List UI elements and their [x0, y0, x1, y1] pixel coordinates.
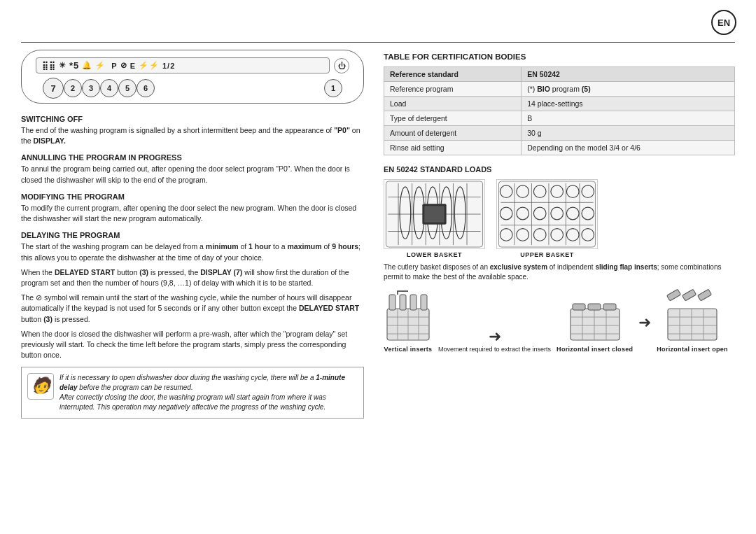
loads-title: EN 50242 STANDARD LOADS	[384, 165, 735, 174]
right-column: TABLE FOR CERTIFICATION BODIES Reference…	[384, 50, 735, 419]
table-row: Reference program (*) BIO program (5)	[384, 82, 735, 97]
svg-rect-52	[410, 295, 416, 310]
annulling-title: ANNULLING THE PROGRAM IN PROGRESS	[21, 153, 364, 162]
delaying-body4: When the door is closed the dishwasher w…	[21, 329, 364, 361]
table-cell-load-value: 14 place-settings	[522, 97, 735, 111]
button-4-circle[interactable]: 4	[100, 79, 118, 97]
svg-rect-51	[400, 295, 406, 310]
table-cell-detergent-type-value: B	[522, 111, 735, 126]
button3-ref: (3)	[139, 268, 148, 276]
button-7: 7	[43, 78, 64, 99]
inserts-description: The cutlery basket disposes of an exclus…	[384, 262, 735, 282]
delaying-body: The start of the washing program can be …	[21, 241, 364, 262]
horizontal-open-item: Horizontal insert open	[657, 288, 728, 353]
baskets-row: LOWER BASKET	[384, 179, 735, 258]
1hour-label: 1 hour	[248, 242, 271, 251]
table-row: Rinse aid setting Depending on the model…	[384, 141, 735, 155]
switching-off-title: SWITCHING OFF	[21, 115, 364, 123]
delaying-body3: The ⊘ symbol will remain until the start…	[21, 293, 364, 325]
svg-rect-16	[424, 206, 444, 223]
table-cell-detergent-type: Type of detergent	[384, 111, 522, 126]
button-4: 4	[100, 79, 118, 97]
lower-basket-label: LOWER BASKET	[407, 251, 462, 258]
button-2: 2	[64, 79, 82, 97]
table-row: Load 14 place-settings	[384, 97, 735, 111]
bio-bold: BIO	[537, 85, 550, 93]
delayed-start-label: DELAYED START	[55, 268, 115, 276]
display7-label: DISPLAY (7)	[200, 268, 242, 276]
table-cell-load-label: Load	[384, 97, 522, 111]
upper-basket-svg	[496, 179, 598, 249]
delayed-start-label2: DELAYED START	[299, 304, 359, 312]
arrow-right2-icon: ➜	[638, 314, 651, 332]
svg-rect-63	[603, 304, 616, 310]
bio-num: (5)	[582, 85, 591, 93]
svg-rect-50	[389, 295, 396, 310]
svg-rect-73	[698, 289, 712, 301]
table-row: Type of detergent B	[384, 111, 735, 126]
svg-rect-62	[588, 304, 601, 310]
note-icon: 🧑	[27, 373, 54, 400]
table-header-col1: Reference standard	[384, 67, 522, 82]
top-divider	[21, 42, 735, 43]
movement-text: Movement required to extract the inserts	[438, 346, 551, 353]
button-1: 1	[324, 79, 342, 97]
horizontal-open-svg	[664, 288, 720, 344]
switching-off-p0: "P0"	[334, 126, 350, 134]
panel-display: ⣿⣿ ☀ *5 🔔 ⚡ P ⊘ E ⚡⚡ 1/2	[36, 57, 330, 73]
minimum-label: minimum	[206, 242, 239, 251]
button-7-circle[interactable]: 7	[43, 78, 64, 99]
two-column-layout: ⣿⣿ ☀ *5 🔔 ⚡ P ⊘ E ⚡⚡ 1/2 ⏻	[21, 50, 735, 419]
en-badge: EN	[711, 10, 736, 35]
1min-delay-label: 1-minute delay	[59, 374, 345, 391]
horizontal-closed-item: Horizontal insert closed	[556, 288, 633, 353]
delaying-title: DELAYING THE PROGRAM	[21, 231, 364, 239]
inserts-diagram: Vertical inserts ➜ Movement required to …	[384, 288, 735, 353]
power-button[interactable]: ⏻	[334, 58, 349, 73]
table-cell-ref-program: Reference program	[384, 82, 522, 97]
table-cell-rinse-value: Depending on the model 3/4 or 4/6	[522, 141, 735, 155]
panel-top: ⣿⣿ ☀ *5 🔔 ⚡ P ⊘ E ⚡⚡ 1/2 ⏻	[36, 57, 349, 73]
delaying-body2: When the DELAYED START button (3) is pre…	[21, 267, 364, 288]
svg-rect-53	[421, 295, 427, 310]
horizontal-closed-label: Horizontal insert closed	[556, 346, 633, 353]
button-3-circle[interactable]: 3	[82, 79, 100, 97]
arrow2-area: ➜	[638, 314, 651, 353]
movement-labels: Movement required to extract the inserts	[438, 346, 551, 353]
vertical-inserts-svg	[384, 288, 433, 344]
horizontal-closed-svg	[567, 288, 623, 344]
vertical-inserts-item: Vertical inserts	[384, 288, 433, 353]
modifying-body: To modify the current program, after ope…	[21, 203, 364, 224]
panel-buttons: 7 2 3 4 5 6	[36, 78, 349, 99]
note-text: If it is necessary to open dishwasher do…	[59, 373, 356, 412]
button-6-circle[interactable]: 6	[136, 79, 155, 97]
button-1-circle[interactable]: 1	[324, 79, 342, 97]
svg-rect-71	[667, 289, 681, 301]
annulling-body: To annul the program being carried out, …	[21, 164, 364, 185]
table-cell-rinse: Rinse aid setting	[384, 141, 522, 155]
table-cell-detergent-amount: Amount of detergent	[384, 126, 522, 141]
horizontal-open-label: Horizontal insert open	[657, 346, 728, 353]
table-cell-detergent-amount-value: 30 g	[522, 126, 735, 141]
exclusive-system-label: exclusive system	[490, 263, 547, 271]
button-2-circle[interactable]: 2	[64, 79, 82, 97]
table-header-col2: EN 50242	[522, 67, 735, 82]
button-3: 3	[82, 79, 100, 97]
page: EN ⣿⣿ ☀ *5 🔔 ⚡ P ⊘ E ⚡⚡	[0, 0, 756, 534]
svg-rect-54	[570, 309, 620, 340]
svg-rect-17	[498, 181, 595, 247]
sliding-flap-label: sliding flap inserts	[595, 263, 657, 271]
lower-basket-svg	[384, 179, 485, 249]
upper-basket-item: UPPER BASKET	[496, 179, 598, 258]
upper-basket-label: UPPER BASKET	[520, 251, 574, 258]
maximum-label: maximum	[288, 242, 322, 251]
table-cell-bio: (*) BIO program (5)	[522, 82, 735, 97]
table-row: Amount of detergent 30 g	[384, 126, 735, 141]
button-5-circle[interactable]: 5	[118, 79, 136, 97]
svg-rect-72	[682, 289, 696, 301]
button-6: 6	[136, 79, 155, 97]
button3-ref2: (3)	[43, 315, 52, 323]
lower-basket-item: LOWER BASKET	[384, 179, 485, 258]
left-column: ⣿⣿ ☀ *5 🔔 ⚡ P ⊘ E ⚡⚡ 1/2 ⏻	[21, 50, 364, 419]
cert-table: Reference standard EN 50242 Reference pr…	[384, 66, 735, 155]
